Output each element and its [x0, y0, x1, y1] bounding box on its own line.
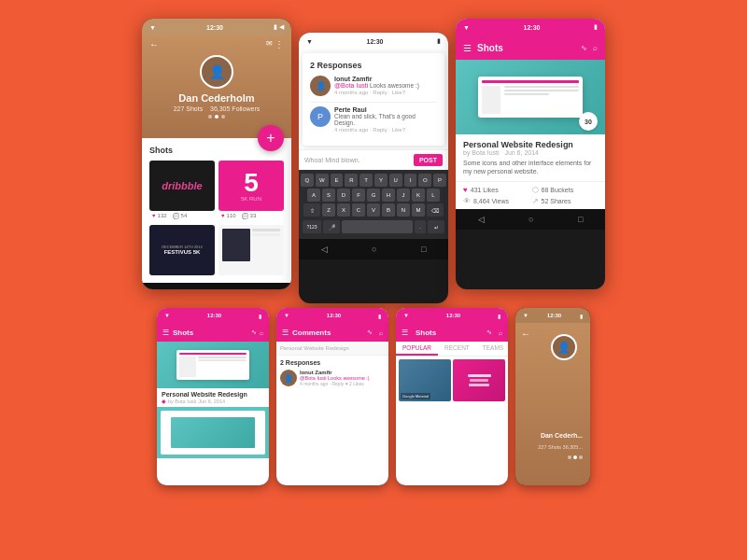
- key-f[interactable]: f: [352, 189, 365, 202]
- nav-square-icon-3[interactable]: □: [578, 215, 583, 224]
- chart-icon[interactable]: ∿: [581, 44, 587, 52]
- profile-header: ← ✉ ⋮ 👤 Dan Cederholm 227 Shots 36,305 F…: [142, 35, 291, 138]
- ss3-shots-grid: Google Material: [396, 357, 508, 404]
- key-e[interactable]: e: [331, 174, 344, 187]
- responses-badge: 30: [579, 112, 598, 131]
- key-d[interactable]: d: [337, 189, 350, 202]
- post-button[interactable]: POST: [414, 154, 443, 166]
- keyboard[interactable]: q w e r t y u i o p a s d f g h: [299, 170, 448, 239]
- key-c[interactable]: c: [352, 203, 365, 217]
- ss1-chart-icon[interactable]: ∿: [251, 329, 257, 336]
- key-t[interactable]: t: [359, 174, 373, 187]
- ss3-chart-icon[interactable]: ∿: [486, 329, 492, 336]
- nav-bar-3: ◁ ○ □: [456, 209, 605, 230]
- key-num[interactable]: ?123: [303, 220, 321, 233]
- ss4-back-button[interactable]: ←: [521, 329, 530, 339]
- avatar: 👤: [200, 55, 233, 89]
- buckets-action[interactable]: ⬡ 68 Buckets: [532, 186, 599, 194]
- nav-back-icon-2[interactable]: ◁: [321, 245, 328, 254]
- key-b[interactable]: b: [382, 203, 395, 217]
- shot-item-3[interactable]: DECEMBER 14TH 2014 FESTIVUS 5K: [149, 225, 215, 275]
- comment-avatar-1: 👤: [310, 76, 331, 96]
- key-k[interactable]: k: [412, 189, 425, 202]
- shot-thumb-4: [218, 225, 284, 275]
- responses-title: 2 Responses: [310, 61, 437, 70]
- ss1-hamburger[interactable]: ☰: [162, 329, 169, 337]
- nav-square-icon-2[interactable]: □: [421, 245, 426, 254]
- ss2-search-icon[interactable]: ⌕: [379, 329, 383, 336]
- key-dot[interactable]: .: [415, 220, 426, 233]
- post-input[interactable]: [304, 157, 410, 163]
- back-button[interactable]: ←: [149, 39, 159, 49]
- screen-small-3: ▼ 12:30 ▮ ☰ Shots ∿ ⌕ POPULAR RECENT TEA…: [396, 308, 508, 485]
- nav-home-icon-3[interactable]: ○: [529, 215, 533, 224]
- key-shift[interactable]: ⇧: [303, 203, 320, 217]
- dot-2: [215, 115, 218, 119]
- key-m[interactable]: m: [412, 203, 425, 217]
- signal-s1: ▼: [164, 313, 170, 318]
- key-y[interactable]: y: [374, 174, 388, 187]
- key-z[interactable]: z: [322, 203, 335, 217]
- key-o[interactable]: o: [418, 174, 431, 187]
- tab-popular[interactable]: POPULAR: [396, 342, 438, 356]
- tab-teams[interactable]: TEAMS: [476, 342, 508, 356]
- ss2-comment-body: Ionut Zamfir @Bota Iusti Looks awesome :…: [300, 370, 370, 386]
- heart-action-icon: ♥: [463, 186, 468, 194]
- key-j[interactable]: j: [397, 189, 410, 202]
- screen-profile: ▼ 12:30 ▮ ◀ ← ✉ ⋮ 👤 Dan Cederholm 227 Sh…: [142, 19, 291, 289]
- key-space[interactable]: [342, 220, 413, 233]
- ss3-shot-1[interactable]: Google Material: [399, 359, 451, 401]
- nav-bar-2: ◁ ○ □: [299, 239, 448, 259]
- ss1-search-icon[interactable]: ⌕: [260, 329, 263, 336]
- nav-home-icon[interactable]: ○: [215, 288, 219, 289]
- tab-recent[interactable]: RECENT: [438, 342, 476, 356]
- key-l[interactable]: l: [427, 189, 440, 202]
- key-r[interactable]: r: [345, 174, 358, 187]
- key-delete[interactable]: ⌫: [427, 203, 444, 217]
- menu-icon[interactable]: ⋮: [275, 39, 284, 49]
- key-p[interactable]: p: [433, 174, 446, 187]
- ss2-chart-icon[interactable]: ∿: [367, 329, 373, 336]
- ss1-teal-content: [157, 407, 269, 458]
- screen-shot-detail: ▼ 12:30 ▮ ☰ Shots ∿ ⌕: [456, 19, 605, 230]
- ss2-title: Comments: [292, 329, 331, 337]
- key-u[interactable]: u: [389, 174, 402, 187]
- ss4-dot-3: [579, 455, 583, 459]
- battery-s2: ▮: [378, 313, 381, 319]
- key-q[interactable]: q: [301, 174, 314, 187]
- key-s[interactable]: s: [322, 189, 335, 202]
- likes-action[interactable]: ♥ 431 Likes: [463, 186, 529, 194]
- key-h[interactable]: h: [382, 189, 395, 202]
- key-g[interactable]: g: [367, 189, 380, 202]
- email-icon[interactable]: ✉: [266, 39, 273, 48]
- ss2-hamburger[interactable]: ☰: [282, 329, 289, 337]
- phones-bottom-row: ▼ 12:30 ▮ ☰ Shots ∿ ⌕: [0, 308, 747, 485]
- key-a[interactable]: a: [307, 189, 320, 202]
- ss3-search-icon[interactable]: ⌕: [499, 329, 502, 336]
- shot-item-2[interactable]: 5 5K RUN ♥ 110 💬 33: [218, 161, 284, 221]
- hamburger-icon[interactable]: ☰: [463, 43, 472, 53]
- shares-action[interactable]: ↗ 52 Shares: [532, 197, 599, 205]
- key-v[interactable]: v: [367, 203, 380, 217]
- ss3-hamburger[interactable]: ☰: [402, 329, 408, 337]
- shot-item-4[interactable]: [218, 225, 284, 275]
- ss2-toolbar: ☰ Comments ∿ ⌕: [276, 323, 388, 342]
- ss3-shot-2[interactable]: [453, 359, 505, 401]
- key-x[interactable]: x: [337, 203, 350, 217]
- toolbar-icons: ∿ ⌕: [581, 44, 598, 52]
- shot-item-1[interactable]: dribbble ♥ 132 💬 54: [149, 161, 215, 221]
- key-mic[interactable]: 🎤: [323, 220, 340, 233]
- comment-2: P Perte Raul Clean and slick, That's a g…: [310, 106, 437, 133]
- fab-button[interactable]: +: [258, 125, 284, 151]
- nav-square-icon[interactable]: □: [264, 288, 269, 289]
- key-w[interactable]: w: [316, 174, 329, 187]
- share-action-icon: ↗: [532, 197, 539, 205]
- key-i[interactable]: i: [404, 174, 417, 187]
- signal-icon-3: ▼: [463, 24, 470, 31]
- key-n[interactable]: n: [397, 203, 410, 217]
- nav-back-icon-3[interactable]: ◁: [478, 215, 485, 224]
- nav-back-icon[interactable]: ◁: [164, 288, 171, 289]
- search-icon[interactable]: ⌕: [593, 44, 598, 52]
- key-enter[interactable]: ↵: [428, 220, 444, 233]
- nav-home-icon-2[interactable]: ○: [372, 245, 376, 254]
